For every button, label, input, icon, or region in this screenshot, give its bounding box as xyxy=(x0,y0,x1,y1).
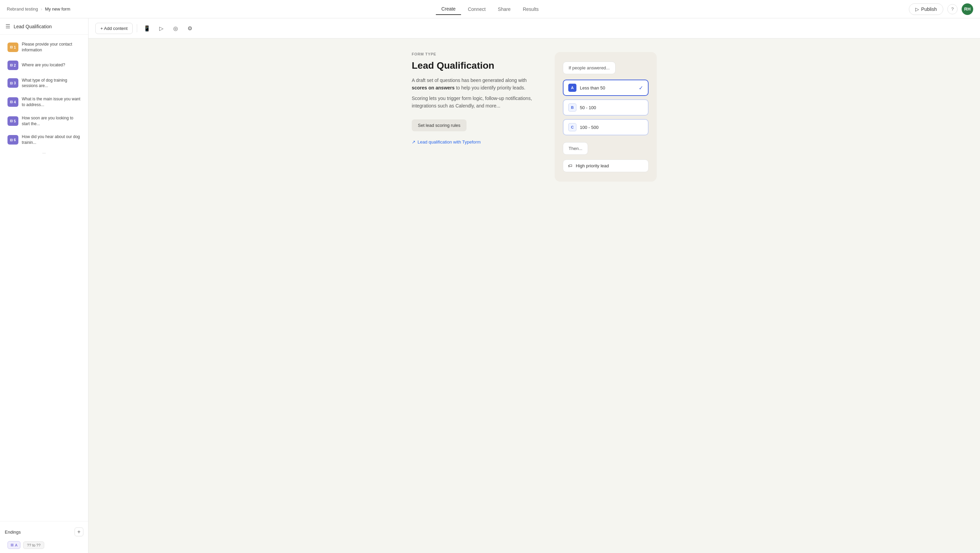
play-icon: ▷ xyxy=(159,25,163,32)
sidebar-item-4[interactable]: ⊟ 4 What is the main issue you want to a… xyxy=(3,93,86,111)
item-text-4: What is the main issue you want to addre… xyxy=(22,96,81,108)
tab-connect[interactable]: Connect xyxy=(463,4,491,14)
option-a-label: A xyxy=(568,84,576,92)
nav-right: ▷ Publish ? RH xyxy=(909,3,973,15)
then-label[interactable]: Then... xyxy=(563,142,588,155)
main-layout: ☰ Lead Qualification ⊟ 1 Please provide … xyxy=(0,18,980,553)
endings-title: Endings xyxy=(5,529,21,535)
user-avatar[interactable]: RH xyxy=(962,3,973,15)
logic-result: 🏷 High priority lead xyxy=(563,159,649,172)
result-text: High priority lead xyxy=(576,163,609,168)
sidebar-item-5[interactable]: ⊟ 5 How soon are you looking to start th… xyxy=(3,112,86,130)
option-c-label: C xyxy=(568,123,576,131)
desc1-after: to help you identify priority leads. xyxy=(455,85,525,91)
item-icon-5: ⊟ xyxy=(10,119,13,123)
ending-badge-label: A xyxy=(15,543,18,547)
sidebar-items-list: ⊟ 1 Please provide your contact informat… xyxy=(0,35,88,518)
item-icon-2: ⊟ xyxy=(10,63,13,67)
logic-options: A Less than 50 ✓ B 50 - 100 C 100 - 500 xyxy=(563,79,649,135)
form-name[interactable]: My new form xyxy=(45,6,70,11)
preview-button[interactable]: ▷ xyxy=(156,22,167,34)
endings-header: Endings + xyxy=(5,528,83,536)
mobile-icon: 📱 xyxy=(143,25,150,32)
sidebar-item-6[interactable]: ⊟ 6 How did you hear about our dog train… xyxy=(3,130,86,149)
target-icon: ◎ xyxy=(173,25,178,32)
add-ending-button[interactable]: + xyxy=(75,528,83,536)
publish-label: Publish xyxy=(921,6,937,12)
toolbar: + Add content 📱 ▷ ◎ ⚙ xyxy=(89,18,980,38)
add-content-button[interactable]: + Add content xyxy=(95,23,133,34)
tab-results[interactable]: Results xyxy=(517,4,544,14)
desc1-bold: scores on answers xyxy=(412,85,455,91)
sidebar-title: Lead Qualification xyxy=(14,24,52,29)
option-a-check: ✓ xyxy=(639,85,643,91)
item-text-2: Where are you located? xyxy=(22,62,65,68)
item-text-6: How did you hear about our dog trainin..… xyxy=(22,134,81,146)
item-text-5: How soon are you looking to start the... xyxy=(22,115,81,127)
external-link-icon: ↗ xyxy=(412,140,415,145)
item-badge-4: ⊟ 4 xyxy=(8,97,18,107)
logic-preview-card: If people answered... A Less than 50 ✓ B… xyxy=(555,52,657,182)
item-text-1: Please provide your contact information xyxy=(22,41,81,53)
item-badge-6: ⊟ 6 xyxy=(8,135,18,145)
form-type-label: FORM TYPE xyxy=(412,52,541,56)
brand-name[interactable]: Rebrand testing xyxy=(7,6,38,11)
play-icon: ▷ xyxy=(915,6,919,12)
scroll-indicator: — xyxy=(0,149,88,156)
sidebar-item-2[interactable]: ⊟ 2 Where are you located? xyxy=(3,57,86,73)
sidebar-divider xyxy=(0,521,88,521)
desc1-before: A draft set of questions has been genera… xyxy=(412,78,527,83)
item-icon-6: ⊟ xyxy=(10,138,13,142)
item-badge-3: ⊟ 3 xyxy=(8,78,18,88)
option-b-label: B xyxy=(568,103,576,111)
item-badge-2: ⊟ 2 xyxy=(8,60,18,70)
publish-button[interactable]: ▷ Publish xyxy=(909,3,943,15)
mobile-view-button[interactable]: 📱 xyxy=(141,22,153,34)
sidebar: ☰ Lead Qualification ⊟ 1 Please provide … xyxy=(0,18,89,553)
endings-section: Endings + ⊞ A ?? to ?? xyxy=(0,524,88,553)
tab-share[interactable]: Share xyxy=(492,4,516,14)
content-area: + Add content 📱 ▷ ◎ ⚙ FORM TYPE Lead Qua… xyxy=(89,18,980,553)
main-content: FORM TYPE Lead Qualification A draft set… xyxy=(89,38,980,553)
list-icon: ☰ xyxy=(5,23,10,30)
target-button[interactable]: ◎ xyxy=(170,22,181,34)
form-type-desc1: A draft set of questions has been genera… xyxy=(412,76,541,92)
ending-badge-icon: ⊞ xyxy=(11,543,14,547)
item-badge-1: ⊟ 1 xyxy=(8,43,18,52)
top-nav: Rebrand testing › My new form Create Con… xyxy=(0,0,980,18)
set-scoring-button[interactable]: Set lead scoring rules xyxy=(412,119,466,131)
ending-range: ?? to ?? xyxy=(23,542,44,549)
if-answered-label[interactable]: If people answered... xyxy=(563,62,616,74)
form-type-desc2: Scoring lets you trigger form logic, fol… xyxy=(412,95,541,110)
logic-option-b[interactable]: B 50 - 100 xyxy=(563,99,649,116)
logic-option-a[interactable]: A Less than 50 ✓ xyxy=(563,79,649,96)
gear-icon: ⚙ xyxy=(188,25,192,32)
learn-more-link[interactable]: ↗ Lead qualification with Typeform xyxy=(412,140,541,145)
option-a-text: Less than 50 xyxy=(580,85,635,91)
item-icon-1: ⊟ xyxy=(10,45,13,49)
item-icon-3: ⊟ xyxy=(10,81,13,85)
settings-button[interactable]: ⚙ xyxy=(184,22,196,34)
nav-tabs: Create Connect Share Results xyxy=(436,3,544,15)
result-emoji: 🏷 xyxy=(568,163,572,168)
ending-item-a[interactable]: ⊞ A ?? to ?? xyxy=(5,539,83,551)
sidebar-item-3[interactable]: ⊟ 3 What type of dog training sessions a… xyxy=(3,74,86,92)
form-type-title: Lead Qualification xyxy=(412,60,541,71)
option-b-text: 50 - 100 xyxy=(580,105,643,110)
tab-create[interactable]: Create xyxy=(436,3,461,15)
nav-separator: › xyxy=(41,6,42,11)
sidebar-header: ☰ Lead Qualification xyxy=(0,18,88,35)
sidebar-item-1[interactable]: ⊟ 1 Please provide your contact informat… xyxy=(3,38,86,56)
help-button[interactable]: ? xyxy=(947,4,958,14)
learn-more-label: Lead qualification with Typeform xyxy=(417,140,480,145)
form-type-card: FORM TYPE Lead Qualification A draft set… xyxy=(412,52,541,145)
ending-badge: ⊞ A xyxy=(8,541,21,549)
item-icon-4: ⊟ xyxy=(10,100,13,104)
nav-left: Rebrand testing › My new form xyxy=(7,6,70,11)
option-c-text: 100 - 500 xyxy=(580,125,643,130)
item-text-3: What type of dog training sessions are..… xyxy=(22,78,81,89)
logic-option-c[interactable]: C 100 - 500 xyxy=(563,119,649,135)
item-badge-5: ⊟ 5 xyxy=(8,116,18,126)
